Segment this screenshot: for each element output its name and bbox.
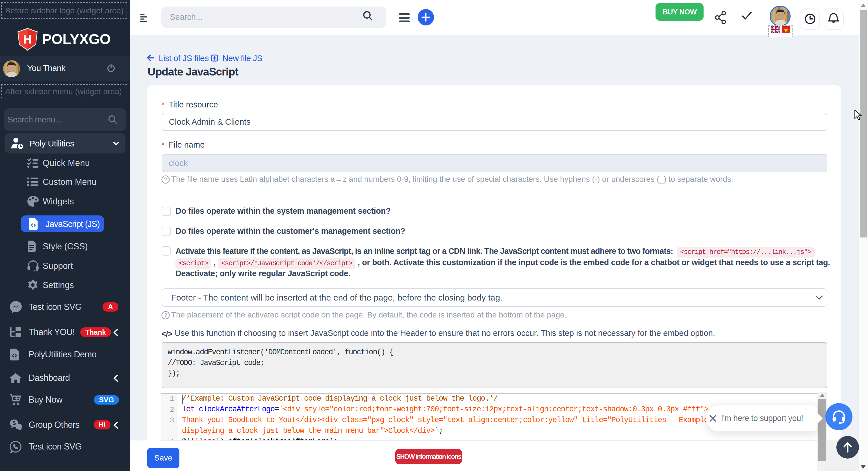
svg-text:?: ? [164, 176, 167, 182]
svg-text:H: H [23, 32, 32, 46]
svg-text:$: $ [13, 420, 16, 426]
svg-text:?: ? [164, 312, 167, 318]
